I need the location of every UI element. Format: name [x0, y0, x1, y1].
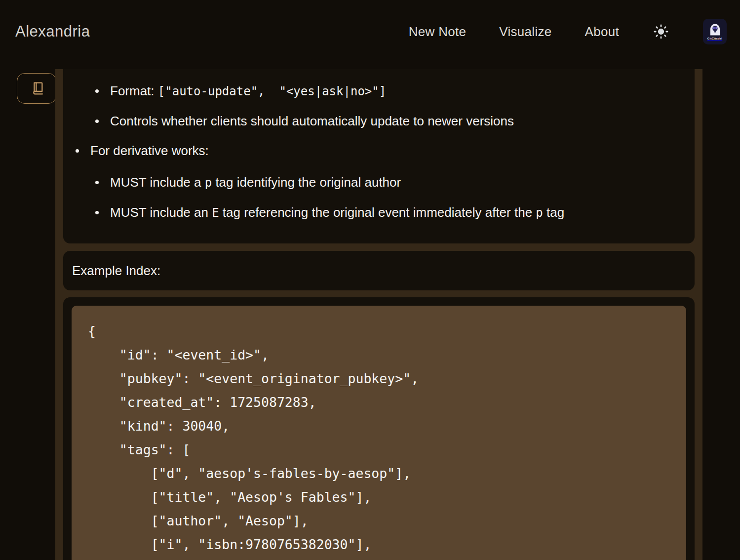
bullet-dot	[95, 181, 99, 184]
bullet-text: MUST include a p tag identifying the ori…	[110, 172, 401, 193]
sidebar-toggle-button[interactable]	[17, 73, 56, 104]
book-icon	[29, 80, 44, 96]
sun-icon	[653, 24, 669, 40]
gitcitadel-hood-icon	[708, 23, 722, 37]
header-nav: New Note Visualize About	[409, 19, 727, 44]
gitcitadel-logo-badge[interactable]: GitCitadel	[703, 19, 727, 44]
bullet-item: Controls whether clients should automati…	[63, 111, 675, 131]
bullet-item: For derivative works:	[63, 141, 675, 160]
gitcitadel-label: GitCitadel	[707, 37, 722, 40]
code-pre: { "id": "<event_id>", "pubkey": "<event_…	[88, 320, 676, 557]
json-code-block: { "id": "<event_id>", "pubkey": "<event_…	[72, 306, 686, 560]
bullet-dot	[95, 211, 99, 214]
theme-toggle-button[interactable]	[652, 23, 670, 40]
bullet-item: Format: ["auto-update", "<yes|ask|no>"]	[63, 81, 675, 101]
bullet-text: For derivative works:	[90, 141, 209, 160]
bullet-item: MUST include an E tag referencing the or…	[63, 202, 675, 223]
bullet-dot	[95, 120, 99, 123]
bullet-text: Format: ["auto-update", "<yes|ask|no>"]	[110, 81, 386, 101]
doc-bullet-list: Format: ["auto-update", "<yes|ask|no>"]C…	[63, 81, 675, 223]
bullet-text: MUST include an E tag referencing the or…	[110, 202, 564, 223]
spec-rules-card: Format: ["auto-update", "<yes|ask|no>"]C…	[63, 69, 695, 243]
bullet-text: Controls whether clients should automati…	[110, 111, 514, 131]
bullet-dot	[76, 149, 79, 153]
app-header: Alexandria New Note Visualize About	[0, 0, 740, 63]
nav-about[interactable]: About	[585, 24, 619, 40]
example-index-label: Example Index:	[72, 263, 160, 279]
nav-visualize[interactable]: Visualize	[499, 24, 551, 40]
brand-title: Alexandria	[15, 23, 90, 40]
example-index-card: Example Index:	[63, 251, 695, 290]
bullet-item: MUST include a p tag identifying the ori…	[63, 172, 675, 193]
nav-new-note[interactable]: New Note	[409, 24, 467, 40]
example-code-card: { "id": "<event_id>", "pubkey": "<event_…	[63, 297, 695, 560]
content-scroll-area[interactable]: Format: ["auto-update", "<yes|ask|no>"]C…	[55, 69, 702, 560]
bullet-dot	[95, 89, 99, 93]
